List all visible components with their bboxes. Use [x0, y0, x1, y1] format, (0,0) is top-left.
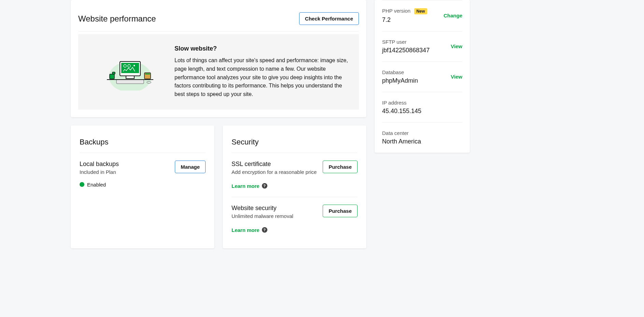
check-performance-button[interactable]: Check Performance	[299, 12, 359, 25]
php-version-label: PHP version	[382, 8, 410, 14]
performance-promo: Slow website? Lots of things can affect …	[78, 34, 359, 110]
websec-purchase-button[interactable]: Purchase	[323, 205, 358, 217]
svg-rect-7	[116, 80, 144, 84]
performance-title: Website performance	[78, 14, 156, 24]
websec-sub: Unlimited malware removal	[232, 213, 293, 219]
websec-learn-more-link[interactable]: Learn more ?	[232, 227, 267, 233]
svg-rect-10	[112, 72, 115, 74]
local-backups-sub: Included in Plan	[80, 169, 119, 175]
database-value: phpMyAdmin	[382, 77, 418, 84]
ip-value: 45.40.155.145	[382, 108, 421, 115]
datacenter-value: North America	[382, 138, 421, 145]
php-change-link[interactable]: Change	[444, 13, 462, 18]
database-view-link[interactable]: View	[451, 74, 462, 80]
svg-marker-5	[134, 65, 135, 66]
ssl-purchase-button[interactable]: Purchase	[323, 161, 358, 173]
database-label: Database	[382, 69, 418, 75]
help-icon: ?	[262, 227, 267, 233]
performance-promo-text: Lots of things can affect your site's sp…	[174, 56, 351, 99]
websec-title: Website security	[232, 205, 293, 212]
backups-card: Backups Local backups Included in Plan M…	[71, 125, 214, 248]
new-badge: New	[414, 8, 428, 14]
security-title: Security	[232, 133, 358, 153]
performance-promo-title: Slow website?	[174, 45, 351, 52]
svg-rect-12	[145, 73, 150, 74]
security-card: Security SSL certificate Add encryption …	[223, 125, 366, 248]
details-panel: PHP version New 7.2 Change SFTP user jbf…	[375, 0, 470, 153]
performance-card: Website performance Check Performance	[71, 0, 366, 117]
status-dot-icon	[80, 182, 84, 187]
sftp-value: jbf142250868347	[382, 47, 430, 54]
datacenter-label: Data center	[382, 130, 421, 136]
ssl-title: SSL certificate	[232, 161, 317, 168]
backups-status: Enabled	[87, 182, 106, 188]
help-icon: ?	[262, 183, 267, 189]
svg-rect-6	[126, 76, 134, 79]
ip-label: IP address	[382, 100, 421, 106]
ssl-sub: Add encryption for a reasonable price	[232, 169, 317, 175]
svg-rect-9	[110, 74, 114, 79]
ssl-learn-more-link[interactable]: Learn more ?	[232, 183, 267, 189]
sftp-view-link[interactable]: View	[451, 43, 462, 49]
local-backups-title: Local backups	[80, 161, 119, 168]
ssl-learn-more-label: Learn more	[232, 183, 260, 189]
performance-illustration	[86, 45, 174, 99]
php-version-value: 7.2	[382, 16, 427, 24]
manage-backups-button[interactable]: Manage	[175, 161, 206, 173]
backups-title: Backups	[80, 133, 206, 153]
svg-rect-2	[121, 63, 139, 73]
sftp-label: SFTP user	[382, 39, 430, 45]
websec-learn-more-label: Learn more	[232, 227, 260, 233]
